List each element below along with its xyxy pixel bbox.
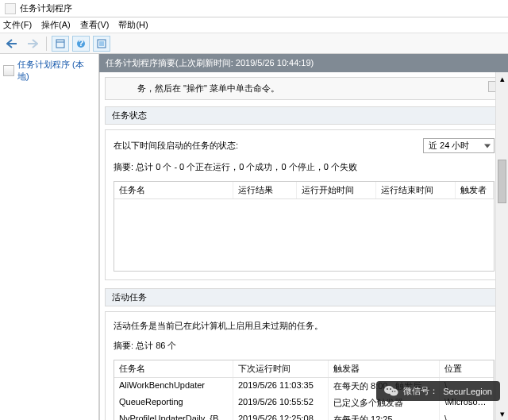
content-scroll: 务，然后在 "操作" 菜单中单击命令。 任务状态 在以下时间段启动的任务的状态:… xyxy=(99,72,508,420)
wechat-overlay: 微信号： SecurLegion xyxy=(376,381,500,401)
time-range-select[interactable]: 近 24 小时 xyxy=(423,138,495,153)
svg-point-10 xyxy=(392,391,394,392)
status-summary: 摘要: 总计 0 个 - 0 个正在运行，0 个成功，0 个停止，0 个失败 xyxy=(114,161,495,173)
menu-file[interactable]: 文件(F) xyxy=(3,19,32,31)
help-button[interactable]: ? xyxy=(72,36,90,52)
cell-name: QueueReporting xyxy=(114,395,233,411)
task-status-title: 任务状态 xyxy=(105,106,503,125)
active-tasks-section: 活动任务是当前已在此计算机上启用且未过期的任务。 摘要: 总计 86 个 任务名… xyxy=(105,311,503,420)
overlay-label: 微信号： xyxy=(403,385,438,397)
hint-text: 务，然后在 "操作" 菜单中单击命令。 xyxy=(137,83,279,93)
back-button[interactable] xyxy=(3,36,21,52)
window-title: 任务计划程序 xyxy=(20,2,72,14)
table-row[interactable]: NvProfileUpdaterDaily_{B2FE19…2019/5/26 … xyxy=(114,411,494,420)
status-started-label: 在以下时间段启动的任务的状态: xyxy=(114,140,238,152)
cell-next: 2019/5/26 11:03:35 xyxy=(233,378,329,395)
nav-tree: 任务计划程序 (本地) xyxy=(0,54,99,420)
menu-view[interactable]: 查看(V) xyxy=(80,19,110,31)
main-split: 任务计划程序 (本地) 任务计划程序摘要(上次刷新时间: 2019/5/26 1… xyxy=(0,54,508,420)
cell-name: AliWorkBenchUpdater xyxy=(114,378,233,395)
svg-rect-5 xyxy=(99,41,104,46)
active-summary: 摘要: 总计 86 个 xyxy=(114,340,495,352)
cell-trigger: 在每天的 12:25 xyxy=(329,411,440,420)
cell-name: NvProfileUpdaterDaily_{B2FE19… xyxy=(114,411,233,420)
col-trigger[interactable]: 触发者 xyxy=(456,182,494,198)
scroll-up-icon[interactable]: ▴ xyxy=(496,72,508,85)
acol-name[interactable]: 任务名 xyxy=(114,360,233,377)
app-icon xyxy=(5,3,16,14)
title-bar: 任务计划程序 xyxy=(0,0,508,17)
status-table-body xyxy=(114,199,494,271)
col-end[interactable]: 运行结束时间 xyxy=(376,182,456,198)
svg-rect-0 xyxy=(56,40,64,48)
summary-header-text: 任务计划程序摘要(上次刷新时间: 2019/5/26 10:44:19) xyxy=(106,58,314,67)
content-pane: 任务计划程序摘要(上次刷新时间: 2019/5/26 10:44:19) 务，然… xyxy=(99,54,508,420)
acol-next[interactable]: 下次运行时间 xyxy=(233,360,329,377)
toolbar: ? xyxy=(0,33,508,54)
acol-location[interactable]: 位置 xyxy=(440,360,494,377)
col-name[interactable]: 任务名 xyxy=(114,182,233,198)
status-table-header: 任务名 运行结果 运行开始时间 运行结束时间 触发者 xyxy=(114,182,494,199)
nav-root-item[interactable]: 任务计划程序 (本地) xyxy=(0,57,98,84)
acol-trigger[interactable]: 触发器 xyxy=(329,360,440,377)
summary-header: 任务计划程序摘要(上次刷新时间: 2019/5/26 10:44:19) xyxy=(99,54,508,72)
nav-root-label: 任务计划程序 (本地) xyxy=(17,59,95,83)
menu-action[interactable]: 操作(A) xyxy=(41,19,71,31)
active-table-header: 任务名 下次运行时间 触发器 位置 xyxy=(114,360,494,378)
menu-help[interactable]: 帮助(H) xyxy=(118,19,148,31)
scroll-down-icon[interactable]: ▾ xyxy=(496,407,508,420)
col-result[interactable]: 运行结果 xyxy=(233,182,297,198)
col-start[interactable]: 运行开始时间 xyxy=(297,182,376,198)
cell-next: 2019/5/26 10:55:52 xyxy=(233,395,329,411)
svg-point-8 xyxy=(387,388,388,390)
active-desc: 活动任务是当前已在此计算机上启用且未过期的任务。 xyxy=(114,320,495,332)
clock-icon xyxy=(3,65,14,76)
hint-banner: 务，然后在 "操作" 菜单中单击命令。 xyxy=(105,77,503,100)
svg-point-11 xyxy=(394,391,396,392)
svg-text:?: ? xyxy=(79,39,84,48)
cell-next: 2019/5/26 12:25:08 xyxy=(233,411,329,420)
scroll-thumb[interactable] xyxy=(498,160,506,203)
task-status-section: 在以下时间段启动的任务的状态: 近 24 小时 摘要: 总计 0 个 - 0 个… xyxy=(105,129,503,280)
overlay-value: SecurLegion xyxy=(443,387,492,396)
toolbar-separator xyxy=(46,37,47,51)
active-tasks-title: 活动任务 xyxy=(105,288,503,306)
cell-location: \ xyxy=(440,411,494,420)
vertical-scrollbar[interactable]: ▴ ▾ xyxy=(495,72,508,420)
menu-bar: 文件(F) 操作(A) 查看(V) 帮助(H) xyxy=(0,17,508,33)
status-table: 任务名 运行结果 运行开始时间 运行结束时间 触发者 xyxy=(114,181,495,272)
forward-button[interactable] xyxy=(24,36,41,52)
toolbar-button-3[interactable] xyxy=(93,36,110,52)
svg-point-9 xyxy=(390,388,391,390)
toolbar-button-1[interactable] xyxy=(52,36,69,52)
wechat-icon xyxy=(384,385,398,397)
